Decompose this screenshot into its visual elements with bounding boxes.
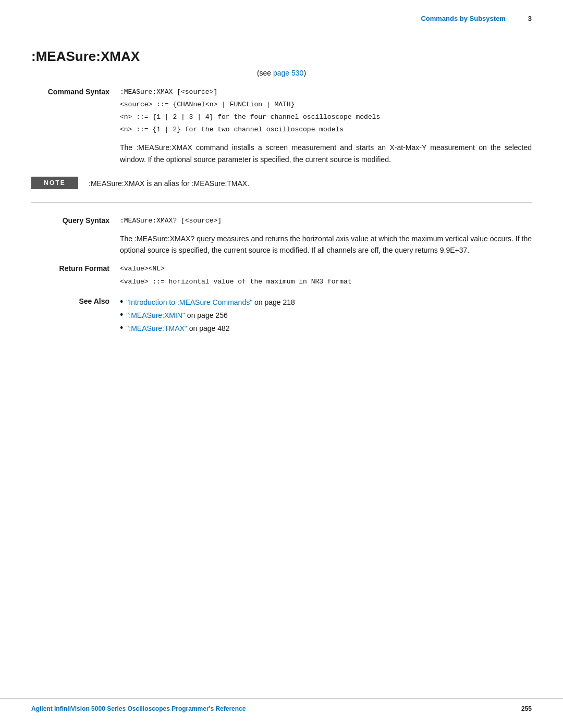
section-title: :MEASure:XMAX [31,48,532,65]
see-also-content: • "Introduction to :MEASure Commands" on… [120,296,532,336]
command-syntax-content: :MEASure:XMAX [<source>] <source> ::= {C… [120,87,532,165]
see-also-suffix-3: on page 482 [187,324,230,332]
see-also-item-1-text: "Introduction to :MEASure Commands" on p… [126,296,295,309]
query-code-line-1: :MEASure:XMAX? [<source>] [120,215,532,227]
footer-title: Agilent InfiniiVision 5000 Series Oscill… [31,705,246,712]
see-page-link[interactable]: page 530 [273,69,303,77]
see-also-list: • "Introduction to :MEASure Commands" on… [120,296,532,336]
page-footer: Agilent InfiniiVision 5000 Series Oscill… [0,698,563,712]
command-syntax-code: :MEASure:XMAX [<source>] <source> ::= {C… [120,87,532,135]
see-also-suffix-2: on page 256 [185,311,228,319]
query-syntax-label: Query Syntax [31,215,120,225]
command-syntax-label: Command Syntax [31,87,120,96]
query-syntax-content: :MEASure:XMAX? [<source>] The :MEASure:X… [120,215,532,256]
return-format-label: Return Format [31,263,120,273]
see-also-item-3-text: ":MEASure:TMAX" on page 482 [126,322,229,335]
chapter-label-text: Commands by Subsystem [421,15,506,22]
note-text: :MEASure:XMAX is an alias for :MEASure:T… [89,176,249,189]
see-page-ref: (see page 530) [31,69,532,77]
header-page-number: 3 [528,15,532,22]
page-header: Commands by Subsystem 3 [0,0,563,28]
see-also-item-2-text: ":MEASure:XMIN" on page 256 [126,309,227,322]
see-also-item-3: • ":MEASure:TMAX" on page 482 [120,322,532,335]
footer-page-number: 255 [521,705,532,712]
query-syntax-code: :MEASure:XMAX? [<source>] [120,215,532,227]
query-syntax-row: Query Syntax :MEASure:XMAX? [<source>] T… [31,215,532,256]
see-also-label: See Also [31,296,120,305]
return-format-code: <value><NL> <value> ::= horizontal value… [120,263,532,287]
return-format-content: <value><NL> <value> ::= horizontal value… [120,263,532,288]
bullet-1: • [120,297,123,306]
bullet-2: • [120,310,123,319]
see-also-link-1[interactable]: "Introduction to :MEASure Commands" [126,298,252,306]
query-syntax-description: The :MEASure:XMAX? query measures and re… [120,233,532,256]
see-also-suffix-1: on page 218 [252,298,295,306]
see-also-item-1: • "Introduction to :MEASure Commands" on… [120,296,532,309]
see-also-link-2[interactable]: ":MEASure:XMIN" [126,311,185,319]
bullet-3: • [120,323,123,332]
code-line-2: <source> ::= {CHANnel<n> | FUNCtion | MA… [120,99,532,110]
note-badge: NOTE [31,177,78,189]
code-line-3: <n> ::= {1 | 2 | 3 | 4} for the four cha… [120,112,532,123]
page-container: Commands by Subsystem 3 :MEASure:XMAX (s… [0,0,563,728]
return-line-2: <value> ::= horizontal value of the maxi… [120,276,532,288]
command-syntax-row: Command Syntax :MEASure:XMAX [<source>] … [31,87,532,165]
code-line-4: <n> ::= {1 | 2} for the two channel osci… [120,124,532,135]
see-also-link-3[interactable]: ":MEASure:TMAX" [126,324,187,332]
section-divider [31,202,532,203]
code-line-1: :MEASure:XMAX [<source>] [120,87,532,98]
note-box: NOTE :MEASure:XMAX is an alias for :MEAS… [31,176,532,189]
main-content: :MEASure:XMAX (see page 530) Command Syn… [0,28,563,374]
return-format-row: Return Format <value><NL> <value> ::= ho… [31,263,532,288]
header-chapter-label: Commands by Subsystem 3 [421,15,532,22]
see-also-item-2: • ":MEASure:XMIN" on page 256 [120,309,532,322]
return-line-1: <value><NL> [120,263,532,275]
command-syntax-description: The :MEASure:XMAX command installs a scr… [120,142,532,165]
see-also-row: See Also • "Introduction to :MEASure Com… [31,296,532,336]
